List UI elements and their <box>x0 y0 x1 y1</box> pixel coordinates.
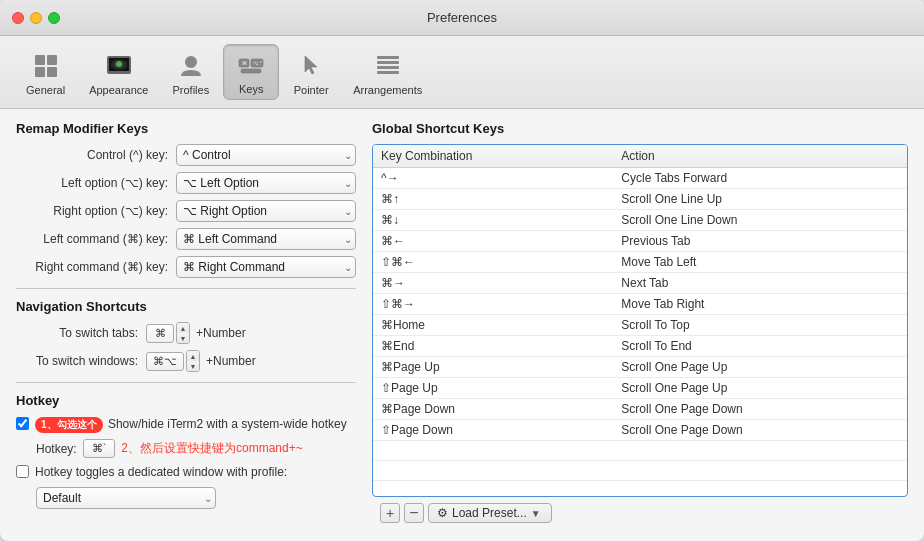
shortcut-key: ⌘→ <box>373 273 613 294</box>
toolbar-item-pointer[interactable]: Pointer <box>283 46 339 100</box>
shortcut-action: Scroll One Page Down <box>613 399 907 420</box>
table-row[interactable]: ⌘↓Scroll One Line Down <box>373 210 907 231</box>
svg-rect-0 <box>35 55 45 65</box>
table-row[interactable]: ⌘←Previous Tab <box>373 231 907 252</box>
left-option-select[interactable]: ⌥ Left Option <box>176 172 356 194</box>
table-empty-row <box>373 441 907 461</box>
table-row[interactable]: ⌘HomeScroll To Top <box>373 315 907 336</box>
right-option-label: Right option (⌥) key: <box>16 204 176 218</box>
shortcut-action: Cycle Tabs Forward <box>613 168 907 189</box>
right-option-row: Right option (⌥) key: ⌥ Right Option ⌄ <box>16 200 356 222</box>
switch-tabs-up[interactable]: ▲ <box>177 323 189 333</box>
switch-tabs-stepper[interactable]: ▲ ▼ <box>176 322 190 344</box>
right-option-select[interactable]: ⌥ Right Option <box>176 200 356 222</box>
shortcut-key: ⌘← <box>373 231 613 252</box>
toolbar-item-appearance[interactable]: Appearance <box>79 46 158 100</box>
toolbar-item-profiles[interactable]: Profiles <box>162 46 219 100</box>
control-key-label: Control (^) key: <box>16 148 176 162</box>
shortcut-table: Key Combination Action ^→Cycle Tabs Forw… <box>373 145 907 497</box>
toolbar-label-keys: Keys <box>239 83 263 95</box>
svg-rect-15 <box>377 61 399 64</box>
switch-windows-row: To switch windows: ⌘⌥ ▲ ▼ +Number <box>16 350 356 372</box>
right-command-select[interactable]: ⌘ Right Command <box>176 256 356 278</box>
close-button[interactable] <box>12 12 24 24</box>
toolbar-item-arrangements[interactable]: Arrangements <box>343 46 432 100</box>
toolbar-item-keys[interactable]: ⌘ ⌥⌃ Keys <box>223 44 279 100</box>
hotkey-checkbox1[interactable] <box>16 417 29 430</box>
right-option-select-container: ⌥ Right Option ⌄ <box>176 200 356 222</box>
left-panel: Remap Modifier Keys Control (^) key: ^ C… <box>16 121 356 529</box>
remove-shortcut-button[interactable]: − <box>404 503 424 523</box>
preferences-window: Preferences General <box>0 0 924 541</box>
toolbar-label-appearance: Appearance <box>89 84 148 96</box>
shortcut-key: ⇧⌘→ <box>373 294 613 315</box>
hotkey-checkbox2-label: Hotkey toggles a dedicated window with p… <box>35 464 287 481</box>
table-row[interactable]: ⌘EndScroll To End <box>373 336 907 357</box>
control-key-row: Control (^) key: ^ Control ⌄ <box>16 144 356 166</box>
gear-icon: ⚙ <box>437 506 448 520</box>
svg-rect-14 <box>377 56 399 59</box>
shortcut-action: Scroll One Line Up <box>613 189 907 210</box>
hotkey-checkbox2[interactable] <box>16 465 29 478</box>
annotation2-text: 2、然后设置快捷键为command+~ <box>121 440 302 457</box>
left-command-label: Left command (⌘) key: <box>16 232 176 246</box>
shortcut-action: Scroll To Top <box>613 315 907 336</box>
hotkey-value-row: Hotkey: ⌘` 2、然后设置快捷键为command+~ <box>36 439 356 458</box>
table-empty-row <box>373 461 907 481</box>
preset-arrow-icon: ▼ <box>531 508 541 519</box>
hotkey-value: ⌘` <box>83 439 116 458</box>
arrangements-icon <box>372 50 404 82</box>
svg-rect-11 <box>241 69 261 73</box>
left-option-select-container: ⌥ Left Option ⌄ <box>176 172 356 194</box>
switch-tabs-down[interactable]: ▼ <box>177 333 189 343</box>
minimize-button[interactable] <box>30 12 42 24</box>
switch-windows-down[interactable]: ▼ <box>187 361 199 371</box>
hotkey-section: Hotkey 1、勾选这个 Show/hide iTerm2 with a sy… <box>16 393 356 509</box>
hotkey-checkbox2-row: Hotkey toggles a dedicated window with p… <box>16 464 356 481</box>
shortcut-action: Previous Tab <box>613 231 907 252</box>
switch-windows-stepper[interactable]: ▲ ▼ <box>186 350 200 372</box>
toolbar-item-general[interactable]: General <box>16 46 75 100</box>
table-row[interactable]: ⌘Page UpScroll One Page Up <box>373 357 907 378</box>
svg-rect-3 <box>47 67 57 77</box>
table-row[interactable]: ^→Cycle Tabs Forward <box>373 168 907 189</box>
table-row[interactable]: ⇧⌘→Move Tab Right <box>373 294 907 315</box>
load-preset-button[interactable]: ⚙ Load Preset... ▼ <box>428 503 552 523</box>
switch-windows-up[interactable]: ▲ <box>187 351 199 361</box>
table-row[interactable]: ⇧Page DownScroll One Page Down <box>373 420 907 441</box>
svg-rect-2 <box>35 67 45 77</box>
shortcut-action: Move Tab Left <box>613 252 907 273</box>
window-title: Preferences <box>427 10 497 25</box>
left-command-select[interactable]: ⌘ Left Command <box>176 228 356 250</box>
profile-select[interactable]: Default <box>36 487 216 509</box>
main-content: Remap Modifier Keys Control (^) key: ^ C… <box>0 109 924 541</box>
table-row[interactable]: ⇧⌘←Move Tab Left <box>373 252 907 273</box>
table-row[interactable]: ⇧Page UpScroll One Page Up <box>373 378 907 399</box>
profile-select-container: Default ⌄ <box>36 487 216 509</box>
right-command-row: Right command (⌘) key: ⌘ Right Command ⌄ <box>16 256 356 278</box>
left-option-label: Left option (⌥) key: <box>16 176 176 190</box>
add-shortcut-button[interactable]: + <box>380 503 400 523</box>
table-row[interactable]: ⌘Page DownScroll One Page Down <box>373 399 907 420</box>
control-key-select[interactable]: ^ Control <box>176 144 356 166</box>
table-header-row: Key Combination Action <box>373 145 907 168</box>
toolbar-label-profiles: Profiles <box>172 84 209 96</box>
control-key-select-container: ^ Control ⌄ <box>176 144 356 166</box>
shortcut-action: Scroll One Page Up <box>613 378 907 399</box>
table-row[interactable]: ⌘→Next Tab <box>373 273 907 294</box>
toolbar-label-arrangements: Arrangements <box>353 84 422 96</box>
switch-windows-label: To switch windows: <box>16 354 146 368</box>
table-row[interactable]: ⌘↑Scroll One Line Up <box>373 189 907 210</box>
maximize-button[interactable] <box>48 12 60 24</box>
shortcut-key: ⌘End <box>373 336 613 357</box>
hotkey-checkbox1-label: 1、勾选这个 Show/hide iTerm2 with a system-wi… <box>35 416 347 433</box>
col-action: Action <box>613 145 907 168</box>
shortcut-key: ⇧Page Up <box>373 378 613 399</box>
switch-tabs-suffix: +Number <box>196 326 246 340</box>
col-key-combination: Key Combination <box>373 145 613 168</box>
keys-icon: ⌘ ⌥⌃ <box>235 49 267 81</box>
appearance-icon <box>103 50 135 82</box>
general-icon <box>30 50 62 82</box>
profile-row: Default ⌄ <box>36 487 356 509</box>
svg-rect-16 <box>377 66 399 69</box>
